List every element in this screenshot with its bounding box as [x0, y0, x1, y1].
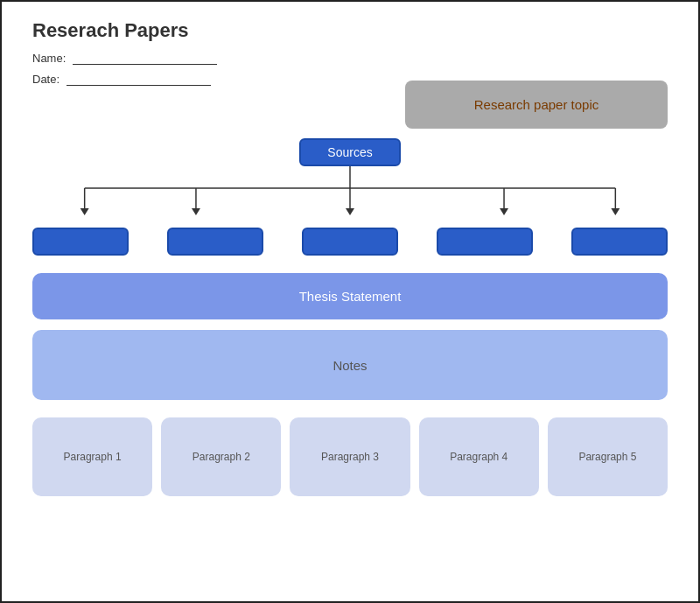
source-node-4[interactable]	[437, 228, 533, 256]
paragraph-box-5[interactable]: Paragraph 5	[548, 417, 668, 496]
connector-lines	[32, 166, 668, 228]
paragraph-box-2[interactable]: Paragraph 2	[161, 417, 281, 496]
svg-marker-7	[80, 208, 89, 215]
child-nodes-row	[32, 228, 668, 256]
svg-marker-9	[346, 208, 354, 215]
name-input[interactable]	[73, 51, 217, 65]
paragraphs-row: Paragraph 1 Paragraph 2 Paragraph 3 Para…	[32, 417, 668, 496]
page-title: Reserach Papers	[32, 19, 668, 42]
paragraph-box-1[interactable]: Paragraph 1	[32, 417, 152, 496]
sources-button[interactable]: Sources	[299, 138, 400, 166]
source-node-5[interactable]	[571, 228, 668, 256]
svg-marker-8	[192, 208, 200, 215]
svg-marker-10	[500, 208, 508, 215]
svg-marker-11	[611, 208, 620, 215]
source-node-1[interactable]	[32, 228, 129, 256]
date-input[interactable]	[66, 72, 211, 86]
date-label: Date:	[32, 73, 60, 86]
source-node-3[interactable]	[302, 228, 398, 256]
sources-section: Sources	[32, 138, 668, 256]
paragraph-box-3[interactable]: Paragraph 3	[290, 417, 410, 496]
source-node-2[interactable]	[167, 228, 263, 256]
topic-box: Research paper topic	[405, 81, 668, 129]
notes-box[interactable]: Notes	[32, 330, 668, 400]
paragraph-box-4[interactable]: Paragraph 4	[419, 417, 539, 496]
name-label: Name:	[32, 52, 66, 65]
thesis-statement-box[interactable]: Thesis Statement	[32, 273, 668, 319]
